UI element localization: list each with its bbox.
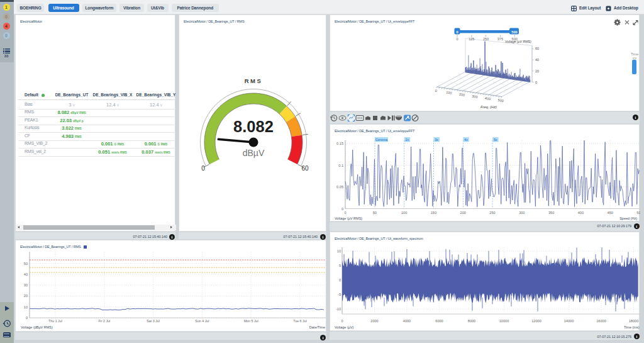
svg-text:Freq. (Hz): Freq. (Hz) <box>480 105 497 109</box>
svg-text:100: 100 <box>446 90 452 94</box>
svg-text:2x: 2x <box>406 138 409 142</box>
svg-text:18000: 18000 <box>629 319 639 323</box>
svg-text:30: 30 <box>24 283 28 287</box>
svg-text:Mon 5 Jul: Mon 5 Jul <box>244 319 258 323</box>
svg-text:10: 10 <box>337 249 341 253</box>
svg-text:Coronna: Coronna <box>375 138 387 142</box>
svg-text:150: 150 <box>431 211 436 215</box>
svg-text:Thu 1 Jul: Thu 1 Jul <box>48 319 62 323</box>
svg-text:10: 10 <box>24 305 28 309</box>
svg-text:200: 200 <box>460 211 466 215</box>
svg-text:0.1: 0.1 <box>338 164 343 167</box>
svg-text:Voltage (µV RMS): Voltage (µV RMS) <box>505 40 531 43</box>
svg-text:2000: 2000 <box>370 319 378 323</box>
svg-text:8000: 8000 <box>468 319 475 323</box>
svg-text:0: 0 <box>339 278 341 282</box>
svg-text:Speed (Hz): Speed (Hz) <box>619 216 637 220</box>
svg-text:16000: 16000 <box>596 319 606 323</box>
svg-text:12000: 12000 <box>531 319 541 323</box>
svg-text:0.15: 0.15 <box>336 142 343 145</box>
svg-text:40: 40 <box>535 58 539 62</box>
svg-text:dBµV: dBµV <box>243 148 265 158</box>
svg-text:20: 20 <box>535 69 539 73</box>
svg-text:100: 100 <box>401 211 407 215</box>
svg-text:50: 50 <box>373 211 377 215</box>
svg-text:450: 450 <box>608 211 613 215</box>
svg-text:50: 50 <box>24 262 28 266</box>
svg-text:500: 500 <box>497 98 504 103</box>
svg-text:5: 5 <box>339 264 341 267</box>
svg-text:0: 0 <box>341 207 343 211</box>
svg-text:0: 0 <box>344 211 346 215</box>
svg-text:5x: 5x <box>494 138 497 142</box>
svg-text:0: 0 <box>456 30 458 34</box>
svg-text:500: 500 <box>511 30 517 34</box>
svg-text:Time (ms): Time (ms) <box>624 325 640 329</box>
svg-text:200: 200 <box>459 93 465 97</box>
svg-text:3x: 3x <box>435 138 439 142</box>
svg-text:8.082: 8.082 <box>233 118 274 135</box>
svg-text:4000: 4000 <box>403 319 411 323</box>
svg-text:350: 350 <box>548 211 554 215</box>
svg-text:Sat 3 Jul: Sat 3 Jul <box>147 319 160 323</box>
svg-text:-5: -5 <box>338 293 341 296</box>
svg-text:250: 250 <box>483 37 489 41</box>
svg-text:Date/Time: Date/Time <box>309 325 325 329</box>
svg-text:0: 0 <box>435 89 437 93</box>
svg-text:0: 0 <box>26 316 28 320</box>
svg-text:Sun 4 Jul: Sun 4 Jul <box>195 319 209 323</box>
svg-text:500: 500 <box>636 211 640 215</box>
svg-text:0: 0 <box>456 37 458 41</box>
svg-text:60: 60 <box>301 165 309 172</box>
svg-text:0: 0 <box>341 319 343 323</box>
svg-text:400: 400 <box>485 96 491 101</box>
svg-text:Voltage (µV): Voltage (µV) <box>335 325 354 329</box>
svg-text:375: 375 <box>497 37 503 41</box>
svg-text:125: 125 <box>469 37 474 41</box>
svg-text:10000: 10000 <box>499 319 509 323</box>
svg-text:60: 60 <box>535 47 539 50</box>
svg-text:400: 400 <box>578 211 584 215</box>
svg-text:Time: Time <box>631 52 638 56</box>
svg-text:RMS: RMS <box>245 77 263 84</box>
svg-text:0.05: 0.05 <box>336 185 343 189</box>
svg-text:0: 0 <box>535 81 537 84</box>
svg-text:Fri 2 Jul: Fri 2 Jul <box>98 319 110 323</box>
svg-text:Voltage (dBµV RMS): Voltage (dBµV RMS) <box>21 325 53 329</box>
svg-text:300: 300 <box>472 94 478 99</box>
svg-text:20: 20 <box>24 294 28 298</box>
svg-text:300: 300 <box>519 211 525 215</box>
svg-text:Tue 6 Jul: Tue 6 Jul <box>293 319 307 323</box>
svg-text:4x: 4x <box>464 138 468 142</box>
svg-text:40: 40 <box>24 273 28 276</box>
svg-text:0: 0 <box>201 165 205 172</box>
svg-text:-10: -10 <box>336 307 341 311</box>
svg-text:6000: 6000 <box>435 319 443 323</box>
svg-text:250: 250 <box>489 211 495 215</box>
svg-text:Voltage (µV RMS): Voltage (µV RMS) <box>335 216 362 220</box>
svg-text:14000: 14000 <box>564 319 574 323</box>
